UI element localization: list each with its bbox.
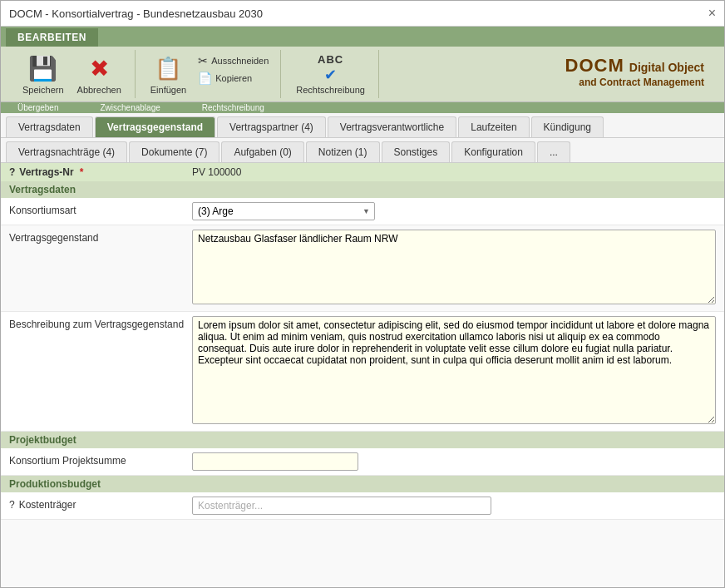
ribbon-label-row: Übergeben Zwischenablage Rechtschreibung [1,102,724,113]
main-content: ? Vertrags-Nr * PV 100000 Vertragsdaten … [1,163,724,587]
docm-subtitle2: and Contract Management [579,77,704,88]
spell-icon: ABC ✔ [316,53,346,83]
tab-vertragsgegenstand[interactable]: Vertragsgegenstand [95,116,215,137]
ribbon-group-save: 💾 Speichern ✖ Abbrechen [9,50,136,98]
insert-button[interactable]: 📋 Einfügen [145,52,191,96]
field-kostentraeger: ? Kostenträger [1,492,724,520]
close-button[interactable]: × [708,6,716,21]
tab-konfiguration[interactable]: Konfiguration [451,141,535,162]
tabs-row2: Vertragsnachträge (4) Dokumente (7) Aufg… [1,138,724,163]
beschreibung-textarea[interactable]: Lorem ipsum dolor sit amet, consectetur … [192,316,716,424]
tab-sonstiges[interactable]: Sonstiges [382,141,451,162]
tab-kündigung[interactable]: Kündigung [531,116,604,137]
vertrags-nr-required: * [80,166,84,178]
ribbon-tab-bearbeiten[interactable]: BEARBEITEN [6,28,98,47]
main-window: DOCM - Konsortialvertrag - Bundesnetzaus… [0,0,725,588]
vertrags-nr-row: ? Vertrags-Nr * PV 100000 [1,163,724,181]
docm-title: DOCM [565,55,624,77]
tab-vertragsdaten[interactable]: Vertragsdaten [6,116,93,137]
tab-vertragsnachträge[interactable]: Vertragsnachträge (4) [6,141,127,162]
save-button[interactable]: 💾 Speichern [17,52,69,96]
ribbon-tab-row: BEARBEITEN [1,27,724,47]
cut-icon: ✂ [198,54,208,67]
kostentraeger-label: ? Kostenträger [9,497,192,511]
ribbon-content: 💾 Speichern ✖ Abbrechen 📋 Einfügen [1,47,724,102]
projektsumme-label: Konsortium Projektsumme [9,452,192,467]
field-vertragsgegenstand: Vertragsgegenstand Netzausbau Glasfaser … [1,225,724,312]
vertrags-nr-label: ? Vertrags-Nr * [9,166,192,178]
spell-button[interactable]: ABC ✔ Rechtschreibung [291,52,370,96]
section-vertragsdaten-header: Vertragsdaten [1,181,724,198]
field-beschreibung: Beschreibung zum Vertragsgegenstand Lore… [1,312,724,432]
tab-dokumente[interactable]: Dokumente (7) [129,141,219,162]
insert-icon: 📋 [153,53,183,83]
tabs-row1: Vertragsdaten Vertragsgegenstand Vertrag… [1,113,724,138]
docm-brand: DOCM Digital Object and Contract Managem… [554,50,716,94]
vertrags-nr-value: PV 100000 [192,166,241,178]
konsortiumsart-label: Konsortiumsart [9,202,192,216]
kostentraeger-help-icon[interactable]: ? [9,499,15,511]
cancel-button[interactable]: ✖ Abbrechen [72,52,126,96]
label-zwischenablage: Zwischenablage [91,102,168,113]
ribbon-group-clipboard: 📋 Einfügen ✂ Ausschneiden 📄 Kopieren [137,50,282,98]
section-projektbudget-header: Projektbudget [1,432,724,448]
konsortiumsart-value: (3) Arge [192,202,716,220]
window-title: DOCM - Konsortialvertrag - Bundesnetzaus… [9,7,263,20]
kostentraeger-value [192,497,716,515]
beschreibung-label: Beschreibung zum Vertragsgegenstand [9,316,192,330]
vertragsgegenstand-label: Vertragsgegenstand [9,230,192,244]
label-übergeben: Übergeben [9,102,67,113]
projektsumme-input[interactable]: 2.000.000,00 [192,452,358,471]
copy-button[interactable]: 📄 Kopieren [195,71,272,86]
tab-vertragspartner[interactable]: Vertragspartner (4) [217,116,326,137]
section-produktionsbudget-header: Produktionsbudget [1,476,724,492]
field-konsortiumsart: Konsortiumsart (3) Arge [1,198,724,225]
tab-notizen[interactable]: Notizen (1) [306,141,380,162]
tab-more[interactable]: ... [537,141,570,162]
beschreibung-value: Lorem ipsum dolor sit amet, consectetur … [192,316,716,427]
label-rechtschreibung: Rechtschreibung [194,102,273,113]
cancel-icon: ✖ [84,53,114,83]
docm-subtitle1: Digital Object [629,61,704,75]
save-icon: 💾 [28,53,58,83]
konsortiumsart-select-wrapper: (3) Arge [192,202,375,220]
field-projektsumme: Konsortium Projektsumme 2.000.000,00 [1,448,724,476]
ribbon-group-spell: ABC ✔ Rechtschreibung [283,50,379,98]
vertrags-nr-help-icon[interactable]: ? [9,166,15,178]
tab-aufgaben[interactable]: Aufgaben (0) [221,141,303,162]
vertrags-nr-text: Vertrags-Nr [19,166,73,178]
kostentraeger-input[interactable] [192,497,491,515]
tab-vertragsverantwortliche[interactable]: Vertragsverantwortliche [328,116,456,137]
title-bar: DOCM - Konsortialvertrag - Bundesnetzaus… [1,1,724,27]
copy-icon: 📄 [198,72,212,85]
konsortiumsart-select[interactable]: (3) Arge [192,202,375,220]
vertragsgegenstand-textarea[interactable]: Netzausbau Glasfaser ländlicher Raum NRW [192,230,716,304]
cut-button[interactable]: ✂ Ausschneiden [195,53,272,68]
ribbon: BEARBEITEN 💾 Speichern ✖ Abbrechen [1,27,724,113]
projektsumme-value: 2.000.000,00 [192,452,716,471]
vertragsgegenstand-value: Netzausbau Glasfaser ländlicher Raum NRW [192,230,716,307]
tab-laufzeiten[interactable]: Laufzeiten [458,116,529,137]
